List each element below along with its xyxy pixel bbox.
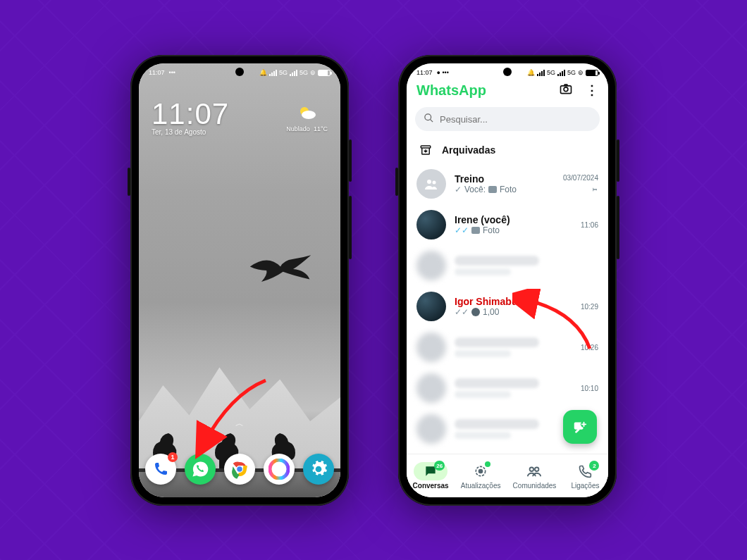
svg-point-17	[535, 468, 539, 472]
gallery-app-icon[interactable]	[264, 454, 295, 485]
bell-icon: 🔔	[259, 69, 267, 76]
signal-icon	[557, 70, 565, 76]
svg-point-8	[425, 113, 431, 120]
nav-comunidades[interactable]: Comunidades	[513, 462, 557, 490]
weather-temp: 11°C	[314, 125, 328, 132]
chat-name: Treino	[455, 173, 552, 185]
nav-atualizacoes[interactable]: Atualizações	[461, 462, 501, 490]
weather-cloud-icon	[297, 103, 318, 124]
nav-ligacoes[interactable]: 2 Ligações	[568, 462, 602, 490]
chat-time: 03/07/2024	[563, 174, 598, 182]
photo-chip-icon	[471, 227, 480, 234]
chat-meta: 10:26	[560, 344, 598, 351]
chat-meta: 10:10	[560, 385, 598, 392]
chat-row[interactable]: Treino✓ Você: Foto03/07/2024	[407, 163, 608, 204]
clock-widget[interactable]: 11:07 Ter, 13 de Agosto	[152, 97, 229, 136]
network-label-2: 5G	[567, 69, 576, 76]
chat-subtitle: ✓✓ 1,00	[455, 307, 552, 317]
chat-name	[455, 419, 539, 429]
chat-time: 10:10	[581, 385, 598, 392]
chat-name	[455, 378, 539, 388]
chat-meta: 10:29	[560, 303, 598, 311]
weather-widget[interactable]: Nublado 11°C	[286, 103, 328, 132]
archived-row[interactable]: Arquivadas	[407, 137, 608, 163]
nav-label: Ligações	[571, 482, 599, 490]
status-time: 11:07	[416, 69, 433, 76]
avatar	[416, 292, 446, 321]
chat-subtitle	[455, 391, 511, 398]
settings-app-icon[interactable]	[303, 454, 334, 485]
status-time: 11:07	[149, 69, 165, 76]
phone-frame-whatsapp: 11:07 ● ••• 🔔 5G 5G ⊚ WhatsApp	[398, 55, 617, 506]
svg-point-7	[564, 87, 568, 92]
background-pattern	[0, 0, 747, 560]
avatar	[416, 251, 446, 280]
network-label-2: 5G	[300, 69, 308, 76]
bell-icon: 🔔	[527, 69, 535, 76]
search-input[interactable]	[415, 107, 600, 131]
search-icon	[424, 113, 434, 126]
archived-label: Arquivadas	[442, 144, 495, 156]
svg-point-11	[433, 181, 436, 185]
chat-row[interactable]: Irene (você)✓✓ Foto11:06	[407, 204, 608, 245]
chat-name	[455, 256, 539, 266]
new-chat-fab[interactable]	[563, 410, 597, 444]
clock-date: Ter, 13 de Agosto	[152, 128, 229, 136]
network-label-1: 5G	[547, 69, 555, 76]
wallpaper-bird-icon	[249, 254, 312, 286]
chat-meta: 11:06	[560, 221, 598, 229]
svg-point-16	[530, 468, 534, 472]
chat-name	[455, 337, 539, 347]
chat-name: Irene (você)	[455, 214, 552, 225]
app-title: WhatsApp	[416, 82, 486, 99]
camera-icon[interactable]	[559, 82, 573, 99]
signal-icon	[290, 70, 297, 76]
chat-row[interactable]: 10:10	[407, 368, 608, 409]
chat-subtitle	[455, 350, 511, 357]
battery-icon	[586, 70, 598, 76]
nav-conversas-badge: 26	[434, 461, 445, 471]
chat-time: 10:29	[581, 303, 598, 311]
phone-app-badge: 1	[168, 452, 178, 462]
svg-point-5	[270, 460, 288, 478]
chrome-app-icon[interactable]	[224, 454, 255, 485]
chat-row[interactable]: 10:26	[407, 327, 608, 368]
chat-name: Igor Shimabukuro	[455, 296, 552, 307]
avatar	[416, 210, 446, 239]
chat-subtitle	[455, 432, 511, 439]
nav-label: Atualizações	[461, 482, 501, 490]
bottom-nav: 26 Conversas Atualizações Comunidades	[407, 454, 608, 497]
wifi-icon: ⊚	[578, 69, 584, 76]
nav-dot	[485, 461, 490, 467]
search-field[interactable]	[440, 114, 591, 125]
chat-subtitle: ✓ Você: Foto	[455, 185, 552, 194]
avatar	[416, 169, 446, 199]
signal-icon	[269, 70, 277, 76]
nav-ligacoes-badge: 2	[589, 461, 599, 471]
more-menu-icon[interactable]: ⋮	[586, 82, 598, 98]
chat-subtitle: ✓✓ Foto	[455, 225, 552, 235]
chat-row[interactable]: Igor Shimabukuro✓✓ 1,0010:29	[407, 286, 608, 327]
wifi-icon: ⊚	[310, 69, 316, 76]
chat-time: 10:26	[581, 344, 598, 351]
phone-app-icon[interactable]: 1	[145, 454, 176, 485]
whatsapp-app-icon[interactable]	[185, 454, 216, 485]
svg-point-1	[302, 111, 316, 119]
nav-label: Comunidades	[513, 482, 557, 490]
app-drawer-caret-icon[interactable]: ︿	[235, 418, 244, 430]
dock: 1	[139, 454, 340, 485]
chat-meta: 03/07/2024	[560, 174, 598, 194]
chat-row[interactable]	[407, 245, 608, 286]
svg-point-15	[479, 470, 483, 473]
archive-icon	[419, 144, 432, 156]
nav-label: Conversas	[413, 482, 449, 490]
chat-subtitle	[455, 268, 511, 275]
avatar	[416, 332, 446, 362]
network-label-1: 5G	[279, 69, 288, 76]
clock-time: 11:07	[152, 97, 229, 131]
nav-conversas[interactable]: 26 Conversas	[413, 462, 449, 490]
payment-chip-icon	[471, 308, 480, 316]
chat-time: 11:06	[581, 221, 598, 229]
signal-icon	[537, 70, 545, 76]
photo-chip-icon	[488, 186, 497, 193]
